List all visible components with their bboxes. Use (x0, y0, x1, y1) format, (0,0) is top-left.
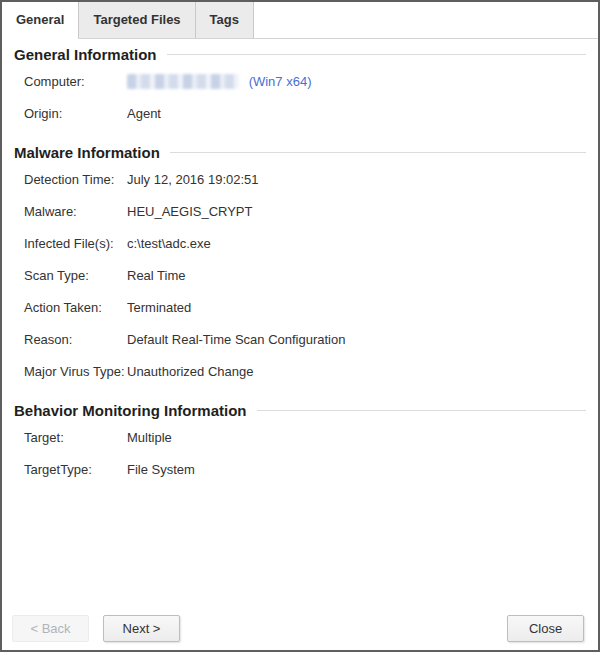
row-value: File System (127, 462, 195, 477)
row-infected-files: Infected File(s): c:\test\adc.exe (14, 227, 586, 259)
dialog-footer: < Back Next > Close (2, 615, 598, 650)
row-value: (Win7 x64) (127, 74, 311, 89)
row-value: Multiple (127, 430, 172, 445)
section-title-text: Behavior Monitoring Information (14, 402, 247, 419)
row-value: Unauthorized Change (127, 364, 253, 379)
row-label: TargetType: (14, 462, 127, 477)
tab-targeted-files[interactable]: Targeted Files (79, 2, 195, 38)
row-label: Scan Type: (14, 268, 127, 283)
row-reason: Reason: Default Real-Time Scan Configura… (14, 323, 586, 355)
section-title-malware-information: Malware Information (14, 141, 586, 163)
section-divider (167, 54, 586, 55)
tab-bar: General Targeted Files Tags (2, 2, 598, 39)
row-target: Target: Multiple (14, 421, 586, 453)
row-label: Major Virus Type: (14, 364, 127, 379)
row-value: July 12, 2016 19:02:51 (127, 172, 259, 187)
close-button[interactable]: Close (507, 615, 584, 642)
row-value: c:\test\adc.exe (127, 236, 211, 251)
tab-general[interactable]: General (2, 2, 79, 38)
section-title-text: Malware Information (14, 144, 160, 161)
section-title-text: General Information (14, 46, 157, 63)
row-label: Target: (14, 430, 127, 445)
row-label: Origin: (14, 106, 127, 121)
row-label: Reason: (14, 332, 127, 347)
row-label: Infected File(s): (14, 236, 127, 251)
tab-tags[interactable]: Tags (196, 2, 254, 38)
row-action-taken: Action Taken: Terminated (14, 291, 586, 323)
computer-os-link[interactable]: (Win7 x64) (249, 74, 312, 89)
row-label: Malware: (14, 204, 127, 219)
section-title-behavior-monitoring: Behavior Monitoring Information (14, 399, 586, 421)
next-button[interactable]: Next > (103, 615, 180, 642)
row-value: Terminated (127, 300, 191, 315)
row-target-type: TargetType: File System (14, 453, 586, 485)
row-computer: Computer: (Win7 x64) (14, 65, 586, 97)
row-value: Agent (127, 106, 161, 121)
row-scan-type: Scan Type: Real Time (14, 259, 586, 291)
redacted-computer-name (127, 74, 239, 89)
reason-link[interactable]: Default Real-Time Scan Configuration (127, 332, 345, 347)
back-button[interactable]: < Back (12, 615, 89, 642)
section-divider (257, 410, 587, 411)
row-detection-time: Detection Time: July 12, 2016 19:02:51 (14, 163, 586, 195)
row-major-virus-type: Major Virus Type: Unauthorized Change (14, 355, 586, 387)
dialog-content: General Information Computer: (Win7 x64)… (2, 39, 598, 615)
row-label: Action Taken: (14, 300, 127, 315)
row-value: HEU_AEGIS_CRYPT (127, 204, 252, 219)
row-value: Real Time (127, 268, 186, 283)
row-malware: Malware: HEU_AEGIS_CRYPT (14, 195, 586, 227)
section-title-general-information: General Information (14, 43, 586, 65)
section-divider (170, 152, 586, 153)
row-label: Computer: (14, 74, 127, 89)
malware-detail-dialog: General Targeted Files Tags General Info… (0, 0, 600, 652)
row-origin: Origin: Agent (14, 97, 586, 129)
row-label: Detection Time: (14, 172, 127, 187)
